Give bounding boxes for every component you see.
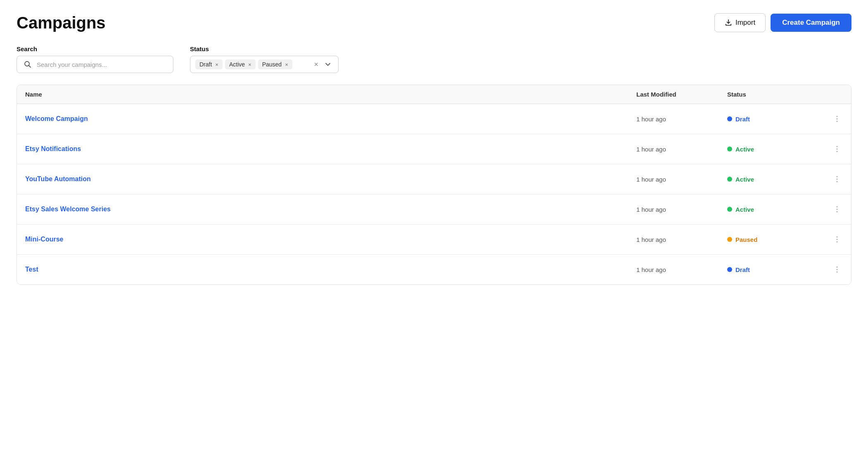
status-filter: Draft × Active × Paused × × [190,56,339,73]
table-row: Test 1 hour ago Draft [17,255,851,284]
status-cell: Draft [727,116,818,123]
ellipsis-icon [833,235,841,244]
status-dot [727,177,732,182]
col-status: Status [727,91,818,98]
status-filter-group: Status Draft × Active × Paused × × [190,45,339,73]
page-title: Campaigns [17,14,106,32]
svg-point-19 [837,272,838,273]
svg-point-14 [837,236,838,238]
clear-all-status-button[interactable]: × [311,60,321,69]
header-actions: Import Create Campaign [714,13,851,32]
status-dot [727,147,732,151]
status-cell: Draft [727,266,818,273]
svg-point-18 [837,269,838,270]
search-label: Search [17,45,173,52]
row-menu-button[interactable] [818,203,843,215]
table-header: Name Last Modified Status [17,85,851,104]
campaign-name[interactable]: Etsy Notifications [25,145,636,153]
ellipsis-icon [833,145,841,153]
last-modified: 1 hour ago [636,176,727,183]
campaign-name[interactable]: Mini-Course [25,236,636,243]
ellipsis-icon [833,175,841,183]
svg-line-1 [29,66,31,68]
table-row: Etsy Sales Welcome Series 1 hour ago Act… [17,194,851,225]
status-tag-paused-label: Paused [262,61,282,68]
status-text: Active [735,206,754,213]
status-dot [727,207,732,212]
svg-point-15 [837,239,838,240]
status-text: Draft [735,266,750,273]
col-last-modified: Last Modified [636,91,727,98]
svg-point-3 [837,118,838,120]
col-actions [818,91,843,98]
status-cell: Active [727,176,818,183]
status-text: Active [735,176,754,183]
status-cell: Active [727,206,818,213]
table-row: Etsy Notifications 1 hour ago Active [17,134,851,164]
last-modified: 1 hour ago [636,266,727,273]
status-dot [727,116,732,121]
row-menu-button[interactable] [818,234,843,245]
status-tag-draft: Draft × [195,59,223,69]
import-icon [725,19,732,26]
svg-point-17 [837,267,838,268]
last-modified: 1 hour ago [636,116,727,123]
ellipsis-icon [833,205,841,213]
campaign-name[interactable]: Welcome Campaign [25,115,636,123]
svg-point-16 [837,241,838,243]
table-body: Welcome Campaign 1 hour ago Draft Etsy N… [17,104,851,284]
status-label: Status [190,45,339,52]
svg-point-13 [837,211,838,213]
search-filter-group: Search [17,45,173,73]
table-row: YouTube Automation 1 hour ago Active [17,164,851,194]
status-cell: Active [727,146,818,153]
status-text: Paused [735,236,757,243]
status-tag-paused: Paused × [258,59,292,69]
svg-point-11 [837,206,838,208]
status-tag-draft-label: Draft [199,61,212,68]
svg-point-2 [837,116,838,117]
campaign-name[interactable]: Etsy Sales Welcome Series [25,206,636,213]
campaigns-table: Name Last Modified Status Welcome Campai… [17,85,851,285]
campaign-name[interactable]: Test [25,266,636,273]
svg-point-12 [837,209,838,210]
svg-point-7 [837,151,838,152]
table-row: Welcome Campaign 1 hour ago Draft [17,104,851,134]
search-input[interactable] [37,61,166,68]
svg-point-6 [837,149,838,150]
search-icon [24,60,32,69]
row-menu-button[interactable] [818,264,843,275]
remove-draft-tag[interactable]: × [215,62,218,67]
remove-active-tag[interactable]: × [248,62,251,67]
status-dot [727,237,732,242]
svg-point-5 [837,146,838,147]
search-wrapper [17,56,173,73]
status-dropdown-button[interactable] [323,60,333,69]
ellipsis-icon [833,265,841,274]
row-menu-button[interactable] [818,143,843,155]
status-filter-actions: × [311,60,333,69]
row-menu-button[interactable] [818,113,843,125]
col-name: Name [25,91,636,98]
svg-point-8 [837,176,838,177]
svg-point-4 [837,121,838,122]
row-menu-button[interactable] [818,173,843,185]
table-row: Mini-Course 1 hour ago Paused [17,225,851,255]
last-modified: 1 hour ago [636,146,727,153]
status-tag-active-label: Active [229,61,245,68]
status-dot [727,267,732,272]
status-cell: Paused [727,236,818,243]
last-modified: 1 hour ago [636,236,727,243]
status-text: Draft [735,116,750,123]
remove-paused-tag[interactable]: × [285,62,288,67]
import-button[interactable]: Import [714,13,766,32]
status-text: Active [735,146,754,153]
create-campaign-button[interactable]: Create Campaign [771,14,851,32]
import-label: Import [735,19,755,27]
ellipsis-icon [833,115,841,123]
svg-point-9 [837,179,838,180]
filters-row: Search Status Draft × Active × Paused × [17,45,851,73]
svg-point-10 [837,181,838,182]
status-tag-active: Active × [225,59,256,69]
campaign-name[interactable]: YouTube Automation [25,175,636,183]
